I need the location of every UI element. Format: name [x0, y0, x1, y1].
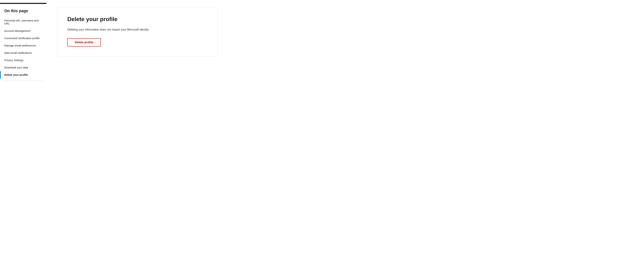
sidebar-nav: Personal info, username and URL Account … [0, 17, 46, 78]
sidebar-top-bar [0, 3, 46, 4]
sidebar-item-download-data[interactable]: Download your data [0, 64, 46, 71]
sidebar-item-qa-notifications[interactable]: Q&A email notifications [0, 49, 46, 57]
sidebar-item-personal-info[interactable]: Personal info, username and URL [0, 17, 46, 27]
sidebar: On this page Personal info, username and… [0, 0, 46, 255]
sidebar-item-connected-cert[interactable]: Connected certification profile [0, 35, 46, 42]
delete-profile-button[interactable]: Delete profile [67, 38, 101, 47]
section-description: Deleting your information does not impac… [67, 28, 208, 32]
sidebar-item-account-management[interactable]: Account Management [0, 27, 46, 35]
page-title: Delete your profile [67, 16, 208, 23]
sidebar-title: On this page [0, 7, 46, 17]
main-content: Delete your profile Deleting your inform… [46, 0, 644, 255]
sidebar-item-manage-email[interactable]: Manage email preferences [0, 42, 46, 49]
sidebar-item-delete-profile[interactable]: Delete your profile [0, 71, 46, 78]
delete-profile-section: Delete your profile Deleting your inform… [57, 7, 218, 57]
sidebar-divider [4, 81, 42, 81]
sidebar-item-privacy-settings[interactable]: Privacy Settings [0, 57, 46, 64]
